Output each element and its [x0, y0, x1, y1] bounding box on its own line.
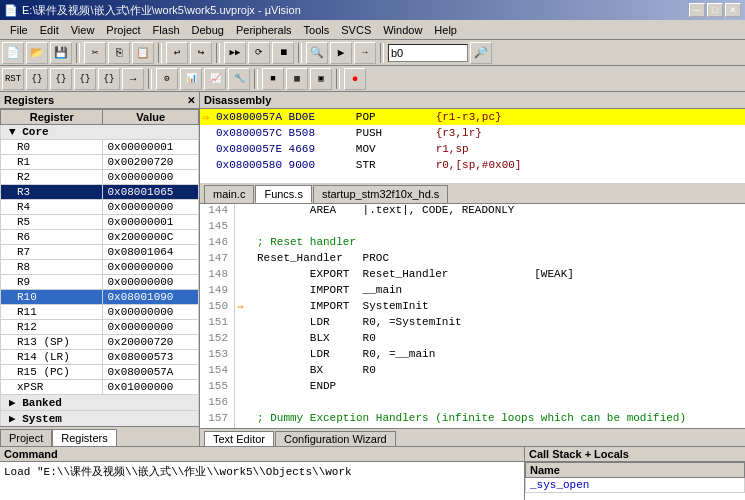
code-line: 149 IMPORT __main: [200, 284, 745, 300]
toolbar2-btn3[interactable]: 📈: [204, 68, 226, 90]
table-row[interactable]: R10x00200720: [1, 155, 199, 170]
table-row[interactable]: R20x00000000: [1, 170, 199, 185]
table-row[interactable]: R15 (PC)0x0800057A: [1, 365, 199, 380]
view3-button[interactable]: {}: [74, 68, 96, 90]
view1-button[interactable]: {}: [26, 68, 48, 90]
table-row[interactable]: R90x00000000: [1, 275, 199, 290]
table-row[interactable]: R00x00000001: [1, 140, 199, 155]
paste-button[interactable]: 📋: [132, 42, 154, 64]
toolbar2-btn8[interactable]: ●: [344, 68, 366, 90]
menu-view[interactable]: View: [65, 22, 101, 38]
line-number: 149: [200, 284, 235, 300]
table-row[interactable]: R50x00000001: [1, 215, 199, 230]
table-row[interactable]: R80x00000000: [1, 260, 199, 275]
project-tab[interactable]: Project: [0, 429, 52, 446]
line-number: 144: [200, 204, 235, 220]
toolbar2-btn5[interactable]: ■: [262, 68, 284, 90]
search-button[interactable]: 🔎: [470, 42, 492, 64]
reg-col-value: Value: [103, 110, 199, 125]
arrow-button[interactable]: →: [122, 68, 144, 90]
code-line: 154 BX R0: [200, 364, 745, 380]
step-button[interactable]: →: [354, 42, 376, 64]
menu-window[interactable]: Window: [377, 22, 428, 38]
stop-button[interactable]: ⏹: [272, 42, 294, 64]
search-input[interactable]: [388, 44, 468, 62]
table-row[interactable]: R100x08001090: [1, 290, 199, 305]
arrow-indicator: ⇒: [235, 300, 251, 316]
editor-area: main.cFuncs.sstartup_stm32f10x_hd.s 144 …: [200, 183, 745, 446]
menu-file[interactable]: File: [4, 22, 34, 38]
toolbar2-btn2[interactable]: 📊: [180, 68, 202, 90]
disasm-row[interactable]: 0x08000580 9000 STR r0,[sp,#0x00]: [200, 157, 745, 173]
menu-svcs[interactable]: SVCS: [335, 22, 377, 38]
line-content: [251, 396, 257, 412]
toolbar2-btn6[interactable]: ▦: [286, 68, 308, 90]
table-row[interactable]: xPSR0x01000000: [1, 380, 199, 395]
table-row[interactable]: R14 (LR)0x08000573: [1, 350, 199, 365]
title-bar: 📄 E:\课件及视频\嵌入式\作业\work5\work5.uvprojx - …: [0, 0, 745, 20]
registers-close[interactable]: ✕: [187, 95, 195, 106]
reg-value: 0x00000000: [103, 305, 199, 320]
table-row[interactable]: R40x00000000: [1, 200, 199, 215]
disasm-row[interactable]: ⇒0x0800057A BD0E POP {r1-r3,pc}: [200, 109, 745, 125]
toolbar2-btn7[interactable]: ▣: [310, 68, 332, 90]
registers-title: Registers ✕: [0, 92, 199, 109]
arrow-indicator: [235, 284, 251, 300]
undo-button[interactable]: ↩: [166, 42, 188, 64]
editor-tab[interactable]: startup_stm32f10x_hd.s: [313, 185, 448, 203]
reset-button[interactable]: RST: [2, 68, 24, 90]
table-row[interactable]: R120x00000000: [1, 320, 199, 335]
menu-help[interactable]: Help: [428, 22, 463, 38]
redo-button[interactable]: ↪: [190, 42, 212, 64]
run-button[interactable]: ▶: [330, 42, 352, 64]
reg-name: R8: [1, 260, 103, 275]
table-row[interactable]: R110x00000000: [1, 305, 199, 320]
arrow-indicator: [235, 204, 251, 220]
cut-button[interactable]: ✂: [84, 42, 106, 64]
line-content: ; Reset handler: [251, 236, 356, 252]
menu-project[interactable]: Project: [100, 22, 146, 38]
disasm-row[interactable]: 0x0800057C B508 PUSH {r3,lr}: [200, 125, 745, 141]
close-button[interactable]: ✕: [725, 3, 741, 17]
bottom-tab[interactable]: Text Editor: [204, 431, 274, 446]
line-number: 147: [200, 252, 235, 268]
line-number: 154: [200, 364, 235, 380]
table-row[interactable]: R60x2000000C: [1, 230, 199, 245]
rebuild-button[interactable]: ⟳: [248, 42, 270, 64]
disassembly-content[interactable]: ⇒0x0800057A BD0E POP {r1-r3,pc}0x0800057…: [200, 109, 745, 183]
menu-peripherals[interactable]: Peripherals: [230, 22, 298, 38]
registers-tab[interactable]: Registers: [52, 429, 116, 446]
editor-tab[interactable]: Funcs.s: [255, 185, 312, 203]
table-row[interactable]: R13 (SP)0x20000720: [1, 335, 199, 350]
toolbar2-btn1[interactable]: ⚙: [156, 68, 178, 90]
registers-scroll[interactable]: Register Value ▼ CoreR00x00000001R10x002…: [0, 109, 199, 426]
minimize-button[interactable]: ─: [689, 3, 705, 17]
menu-edit[interactable]: Edit: [34, 22, 65, 38]
build-button[interactable]: ▶▶: [224, 42, 246, 64]
save-button[interactable]: 💾: [50, 42, 72, 64]
disasm-row[interactable]: 0x0800057E 4669 MOV r1,sp: [200, 141, 745, 157]
debug-start-button[interactable]: 🔍: [306, 42, 328, 64]
view2-button[interactable]: {}: [50, 68, 72, 90]
table-row[interactable]: R30x08001065: [1, 185, 199, 200]
copy-button[interactable]: ⎘: [108, 42, 130, 64]
view4-button[interactable]: {}: [98, 68, 120, 90]
toolbar2-btn4[interactable]: 🔧: [228, 68, 250, 90]
command-panel: Command Load "E:\\课件及视频\\嵌入式\\作业\\work5\…: [0, 447, 525, 500]
new-button[interactable]: 📄: [2, 42, 24, 64]
list-item[interactable]: _sys_open: [526, 478, 745, 493]
code-line: 152 BLX R0: [200, 332, 745, 348]
open-button[interactable]: 📂: [26, 42, 48, 64]
menu-debug[interactable]: Debug: [186, 22, 230, 38]
bottom-tab[interactable]: Configuration Wizard: [275, 431, 396, 446]
command-content[interactable]: Load "E:\\课件及视频\\嵌入式\\作业\\work5\\Objects…: [0, 462, 524, 500]
app-icon: 📄: [4, 4, 18, 17]
arrow-indicator: [235, 380, 251, 396]
code-area[interactable]: 144 AREA |.text|, CODE, READONLY145 146 …: [200, 204, 745, 428]
menu-flash[interactable]: Flash: [147, 22, 186, 38]
maximize-button[interactable]: □: [707, 3, 723, 17]
line-number: 148: [200, 268, 235, 284]
editor-tab[interactable]: main.c: [204, 185, 254, 203]
table-row[interactable]: R70x08001064: [1, 245, 199, 260]
menu-tools[interactable]: Tools: [298, 22, 336, 38]
